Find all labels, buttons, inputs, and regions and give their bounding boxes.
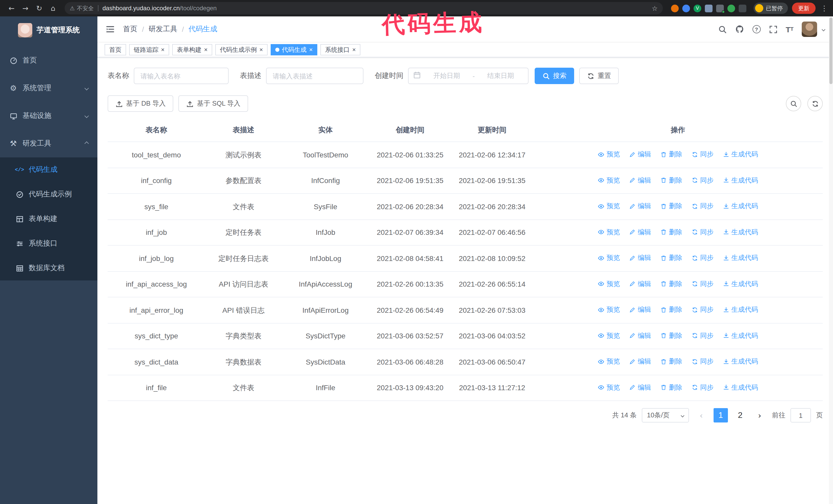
url-bar[interactable]: ⚠ 不安全 dashboard.yudao.iocoder.cn/tool/co… xyxy=(65,2,663,14)
sidebar-item-home[interactable]: 首页 xyxy=(0,47,97,74)
font-size-icon[interactable]: TT xyxy=(786,25,793,33)
generate-code-link[interactable]: 生成代码 xyxy=(723,149,758,160)
preview-link[interactable]: 预览 xyxy=(598,382,620,393)
hamburger-icon[interactable] xyxy=(105,25,115,34)
chevron-down-icon[interactable] xyxy=(822,27,825,31)
sidebar-item-form-builder[interactable]: 表单构建 xyxy=(0,207,97,231)
sync-link[interactable]: 同步 xyxy=(691,278,714,289)
prev-page-button[interactable]: ‹ xyxy=(694,408,709,423)
tab-system-api[interactable]: 系统接口 × xyxy=(320,44,360,55)
sidebar-item-db-docs[interactable]: 数据库文档 xyxy=(0,256,97,281)
preview-link[interactable]: 预览 xyxy=(598,278,620,289)
extension-icon[interactable] xyxy=(671,4,679,12)
sync-link[interactable]: 同步 xyxy=(691,252,714,264)
refresh-table-button[interactable] xyxy=(807,96,823,111)
delete-link[interactable]: 删除 xyxy=(660,226,682,238)
sidebar-item-codegen[interactable]: </> 代码生成 xyxy=(0,158,97,182)
edit-link[interactable]: 编辑 xyxy=(629,278,651,289)
preview-link[interactable]: 预览 xyxy=(598,200,620,212)
generate-code-link[interactable]: 生成代码 xyxy=(723,252,758,264)
sync-link[interactable]: 同步 xyxy=(691,304,714,315)
sidebar-item-devtools[interactable]: ⚒ 研发工具 xyxy=(0,130,97,158)
delete-link[interactable]: 删除 xyxy=(660,278,682,289)
delete-link[interactable]: 删除 xyxy=(660,149,682,160)
preview-link[interactable]: 预览 xyxy=(598,174,620,186)
edit-link[interactable]: 编辑 xyxy=(629,382,651,393)
github-icon[interactable] xyxy=(735,25,744,34)
generate-code-link[interactable]: 生成代码 xyxy=(723,226,758,238)
edit-link[interactable]: 编辑 xyxy=(629,356,651,367)
toggle-search-button[interactable] xyxy=(786,96,801,111)
goto-page-input[interactable] xyxy=(790,408,811,423)
preview-link[interactable]: 预览 xyxy=(598,226,620,238)
close-icon[interactable]: × xyxy=(309,47,313,53)
edit-link[interactable]: 编辑 xyxy=(629,226,651,238)
puzzle-extensions-icon[interactable] xyxy=(739,4,746,12)
sync-link[interactable]: 同步 xyxy=(691,226,714,238)
sync-link[interactable]: 同步 xyxy=(691,149,714,160)
breadcrumb-home[interactable]: 首页 xyxy=(123,25,137,34)
bookmark-star-icon[interactable]: ☆ xyxy=(652,4,658,12)
next-page-button[interactable]: › xyxy=(753,408,767,423)
preview-link[interactable]: 预览 xyxy=(598,356,620,367)
extension-icon[interactable] xyxy=(705,4,713,12)
close-icon[interactable]: × xyxy=(161,47,165,53)
generate-code-link[interactable]: 生成代码 xyxy=(723,278,758,289)
scrollbar-thumb[interactable] xyxy=(829,18,832,84)
preview-link[interactable]: 预览 xyxy=(598,252,620,264)
sync-link[interactable]: 同步 xyxy=(691,174,714,186)
edit-link[interactable]: 编辑 xyxy=(629,330,651,341)
delete-link[interactable]: 删除 xyxy=(660,304,682,315)
reset-button[interactable]: 重置 xyxy=(579,68,619,84)
user-avatar[interactable] xyxy=(802,22,817,37)
page-button-1[interactable]: 1 xyxy=(714,408,728,423)
fullscreen-icon[interactable] xyxy=(769,25,777,33)
extension-icon[interactable] xyxy=(728,4,735,12)
app-logo-row[interactable]: 芋道管理系统 xyxy=(0,17,97,44)
tab-codegen[interactable]: 代码生成 × xyxy=(271,44,317,55)
preview-link[interactable]: 预览 xyxy=(598,304,620,315)
generate-code-link[interactable]: 生成代码 xyxy=(723,174,758,186)
edit-link[interactable]: 编辑 xyxy=(629,200,651,212)
delete-link[interactable]: 删除 xyxy=(660,252,682,264)
close-icon[interactable]: × xyxy=(259,47,263,53)
page-size-select[interactable]: 10条/页 xyxy=(642,408,689,423)
delete-link[interactable]: 删除 xyxy=(660,174,682,186)
delete-link[interactable]: 删除 xyxy=(660,356,682,367)
generate-code-link[interactable]: 生成代码 xyxy=(723,382,758,393)
import-sql-button[interactable]: 基于 SQL 导入 xyxy=(178,95,248,112)
sidebar-item-infra[interactable]: 基础设施 xyxy=(0,102,97,130)
import-db-button[interactable]: 基于 DB 导入 xyxy=(108,95,173,112)
sync-link[interactable]: 同步 xyxy=(691,382,714,393)
generate-code-link[interactable]: 生成代码 xyxy=(723,356,758,367)
page-button-2[interactable]: 2 xyxy=(733,408,747,423)
edit-link[interactable]: 编辑 xyxy=(629,149,651,160)
forward-button[interactable]: → xyxy=(19,2,32,14)
delete-link[interactable]: 删除 xyxy=(660,382,682,393)
sync-link[interactable]: 同步 xyxy=(691,356,714,367)
edit-link[interactable]: 编辑 xyxy=(629,252,651,264)
sync-link[interactable]: 同步 xyxy=(691,200,714,212)
extension-icon[interactable]: V xyxy=(694,4,701,12)
search-icon[interactable] xyxy=(718,25,727,33)
generate-code-link[interactable]: 生成代码 xyxy=(723,330,758,341)
back-button[interactable]: ← xyxy=(5,2,18,14)
breadcrumb-devtools[interactable]: 研发工具 xyxy=(149,25,177,34)
tab-form-builder[interactable]: 表单构建 × xyxy=(172,44,212,55)
reload-button[interactable]: ↻ xyxy=(33,2,46,14)
menu-kebab-icon[interactable]: ⋮ xyxy=(821,4,828,12)
delete-link[interactable]: 删除 xyxy=(660,330,682,341)
tab-tracing[interactable]: 链路追踪 × xyxy=(129,44,169,55)
profile-paused-badge[interactable]: 已暂停 xyxy=(754,3,788,14)
sync-link[interactable]: 同步 xyxy=(691,330,714,341)
help-icon[interactable]: ? xyxy=(752,25,760,33)
scrollbar[interactable] xyxy=(829,17,833,504)
search-button[interactable]: 搜索 xyxy=(535,68,574,84)
tab-home[interactable]: 首页 xyxy=(104,44,126,55)
close-icon[interactable]: × xyxy=(204,47,208,53)
delete-link[interactable]: 删除 xyxy=(660,200,682,212)
generate-code-link[interactable]: 生成代码 xyxy=(723,304,758,315)
edit-link[interactable]: 编辑 xyxy=(629,174,651,186)
home-button[interactable]: ⌂ xyxy=(47,2,60,14)
edit-link[interactable]: 编辑 xyxy=(629,304,651,315)
